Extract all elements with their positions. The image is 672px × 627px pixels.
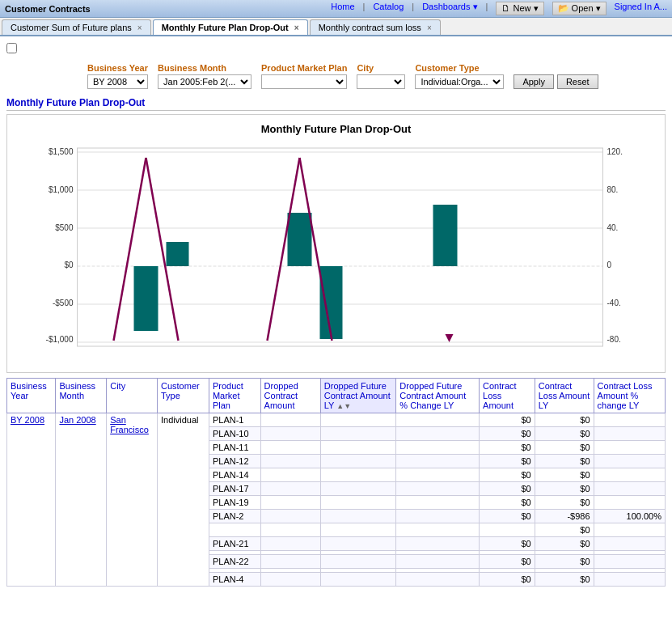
cell-dropped-future — [320, 496, 396, 510]
cell-dropped-contract — [260, 573, 320, 587]
data-table: Business Year Business Month City Custom… — [6, 378, 666, 587]
new-button[interactable]: 🗋 New ▾ — [496, 2, 543, 15]
cell-dropped-future — [320, 523, 396, 537]
cell-dropped-future — [320, 413, 396, 427]
cell-dropped-future-change — [396, 413, 480, 427]
signed-in-label: Signed In A... — [615, 2, 667, 15]
cell-city[interactable]: San Francisco — [107, 413, 158, 587]
cell-dropped-future — [320, 537, 396, 551]
chart-container: Monthly Future Plan Drop-Out $1,500 $1,0… — [6, 114, 666, 373]
cell-business-year[interactable]: BY 2008 — [7, 413, 56, 587]
cell-contract-loss-ly: $0 — [535, 413, 594, 427]
cell-contract-loss-ly: $0 — [535, 555, 594, 569]
cell-contract-loss: $0 — [480, 427, 535, 441]
business-month-select[interactable]: Jan 2005:Feb 2(... — [158, 74, 251, 89]
bar-2-neg — [320, 266, 343, 339]
cell-contract-loss: $0 — [480, 413, 535, 427]
cell-contract-loss-ly: $0 — [535, 441, 594, 455]
cell-contract-loss: $0 — [480, 441, 535, 455]
tab-close-2[interactable]: × — [427, 23, 432, 32]
nav-links: Home | Catalog | Dashboards ▾ | 🗋 New ▾ … — [331, 2, 667, 15]
tab-customer-sum[interactable]: Customer Sum of Future plans × — [2, 19, 151, 35]
nav-dashboards[interactable]: Dashboards ▾ — [422, 2, 477, 15]
cell-dropped-future — [320, 455, 396, 468]
cell-dropped-future-change — [396, 523, 480, 537]
checkbox-main[interactable] — [6, 43, 17, 53]
cell-dropped-future — [320, 427, 396, 441]
city-select[interactable] — [357, 74, 405, 89]
col-header-contract-loss-change: Contract Loss Amount % change LY — [594, 379, 665, 413]
cell-dropped-future — [320, 573, 396, 587]
filter-business-year: Business Year BY 2008 — [87, 63, 148, 89]
cell-dropped-future-change — [396, 441, 480, 455]
filter-city: City — [357, 63, 405, 89]
svg-text:$1,000: $1,000 — [49, 185, 74, 194]
col-header-contract-loss: Contract Loss Amount — [480, 379, 535, 413]
filter-customer-type: Customer Type Individual:Orga... — [415, 63, 504, 89]
cell-contract-loss-ly: $0 — [535, 537, 594, 551]
svg-text:40.: 40. — [607, 223, 619, 232]
nav-catalog[interactable]: Catalog — [373, 2, 404, 15]
cell-plan: PLAN-19 — [209, 496, 260, 510]
col-header-customer-type: Customer Type — [158, 379, 209, 413]
svg-text:80.: 80. — [607, 185, 619, 194]
chart-title: Monthly Future Plan Drop-Out — [15, 123, 657, 135]
cell-contract-loss — [480, 523, 535, 537]
cell-contract-loss-change — [594, 482, 665, 496]
cell-dropped-future-change — [396, 510, 480, 523]
apply-button[interactable]: Apply — [514, 74, 554, 89]
tab-monthly-dropout[interactable]: Monthly Future Plan Drop-Out × — [153, 19, 308, 35]
cell-plan: PLAN-21 — [209, 537, 260, 551]
checkbox-row — [6, 40, 666, 58]
tab-close-1[interactable]: × — [294, 23, 299, 32]
bar-3-pos — [433, 205, 458, 266]
open-button[interactable]: 📂 Open ▾ — [552, 2, 606, 15]
col-header-business-month: Business Month — [56, 379, 107, 413]
cell-contract-loss-ly: $0 — [535, 468, 594, 482]
cell-dropped-contract — [260, 523, 320, 537]
cell-plan: PLAN-12 — [209, 455, 260, 468]
tab-monthly-loss[interactable]: Monthly contract sum loss × — [310, 19, 441, 35]
cell-plan: PLAN-4 — [209, 573, 260, 587]
cell-contract-loss-ly: $0 — [535, 573, 594, 587]
svg-text:$0: $0 — [64, 261, 74, 269]
main-content: Business Year BY 2008 Business Month Jan… — [0, 36, 672, 590]
cell-dropped-future — [320, 468, 396, 482]
cell-dropped-future-change — [396, 455, 480, 468]
svg-text:-$1,000: -$1,000 — [46, 335, 74, 344]
bar-2-pos — [288, 213, 312, 266]
filter-business-month: Business Month Jan 2005:Feb 2(... — [158, 63, 251, 89]
filter-product-market-plan: Product Market Plan — [261, 63, 347, 89]
data-table-container: Business Year Business Month City Custom… — [6, 378, 666, 587]
title-bar: Customer Contracts Home | Catalog | Dash… — [0, 0, 672, 18]
cell-contract-loss: $0 — [480, 496, 535, 510]
nav-home[interactable]: Home — [331, 2, 354, 15]
product-market-plan-select[interactable] — [261, 74, 347, 89]
customer-type-select[interactable]: Individual:Orga... — [415, 74, 504, 89]
tab-close-0[interactable]: × — [137, 23, 142, 32]
cell-contract-loss: $0 — [480, 455, 535, 468]
cell-contract-loss-change — [594, 496, 665, 510]
cell-plan — [209, 523, 260, 537]
col-header-business-year: Business Year — [7, 379, 56, 413]
cell-dropped-contract — [260, 441, 320, 455]
cell-contract-loss-change — [594, 455, 665, 468]
cell-dropped-future-change — [396, 427, 480, 441]
cell-contract-loss-change — [594, 468, 665, 482]
cell-contract-loss-change — [594, 573, 665, 587]
cell-dropped-contract — [260, 510, 320, 523]
col-header-product-market-plan: Product Market Plan — [209, 379, 260, 413]
cell-contract-loss-ly: -$986 — [535, 510, 594, 523]
cell-contract-loss: $0 — [480, 555, 535, 569]
cell-business-month[interactable]: Jan 2008 — [56, 413, 107, 587]
cell-dropped-contract — [260, 455, 320, 468]
tab-bar: Customer Sum of Future plans × Monthly F… — [0, 18, 672, 36]
cell-contract-loss-ly: $0 — [535, 482, 594, 496]
business-year-select[interactable]: BY 2008 — [87, 74, 148, 89]
chart-svg: $1,500 $1,000 $500 $0 -$500 -$1,000 120.… — [23, 140, 649, 350]
reset-button[interactable]: Reset — [557, 74, 598, 89]
svg-text:$500: $500 — [55, 223, 74, 232]
cell-dropped-future-change — [396, 537, 480, 551]
bar-1-pos — [167, 242, 189, 266]
cell-contract-loss-ly: $0 — [535, 523, 594, 537]
